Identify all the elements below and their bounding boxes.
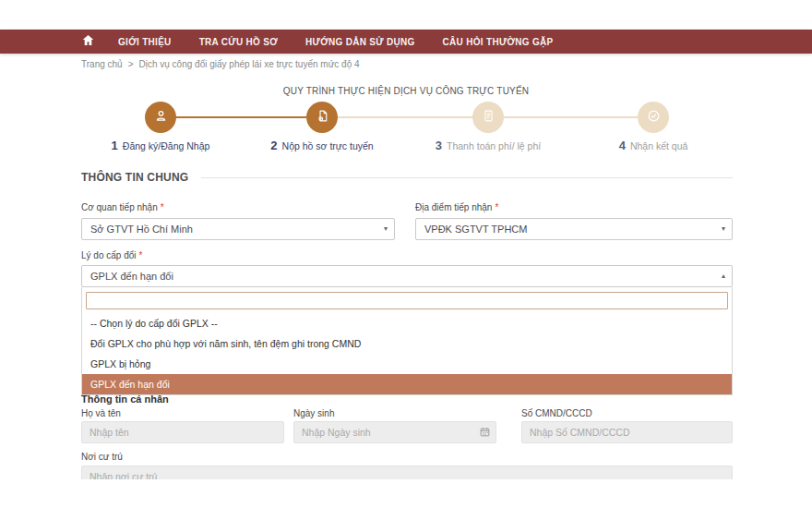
- dropdown-option[interactable]: Đổi GPLX cho phù hợp với năm sinh, tên đ…: [82, 333, 732, 354]
- step-4-circle: [638, 102, 669, 133]
- required-mark: *: [495, 202, 498, 212]
- chevron-up-icon: ▴: [722, 266, 725, 286]
- section-general-title: THÔNG TIN CHUNG: [81, 171, 188, 184]
- page: GIỚI THIỆU TRA CỨU HỒ SƠ HƯỚNG DẪN SỬ DỤ…: [0, 0, 812, 508]
- step-2-text: Nộp hồ sơ trực tuyến: [282, 140, 374, 151]
- step-connector-1-2: [176, 116, 306, 118]
- step-1-text: Đăng ký/Đăng Nhập: [123, 140, 210, 151]
- process-title: QUY TRÌNH THỰC HIỆN DỊCH VỤ CÔNG TRỰC TU…: [0, 86, 812, 96]
- ly-do-dropdown-panel: -- Chọn lý do cấp đổi GPLX -- Đổi GPLX c…: [81, 287, 733, 395]
- step-2-circle: [306, 102, 338, 133]
- co-quan-value: Sở GTVT Hồ Chí Minh: [90, 224, 193, 235]
- cmnd-input[interactable]: [521, 421, 733, 443]
- step-4-label: 4Nhận kết quả: [552, 137, 755, 153]
- ngay-sinh-label: Ngày sinh: [293, 408, 334, 418]
- chevron-down-icon: ▾: [722, 219, 725, 239]
- chevron-down-icon: ▾: [384, 219, 388, 239]
- dropdown-option-selected[interactable]: GPLX đến hạn đổi: [82, 374, 732, 394]
- noi-cu-tru-label: Nơi cư trú: [81, 452, 123, 462]
- dropdown-search-input[interactable]: [86, 292, 728, 309]
- document-add-icon: [315, 108, 330, 127]
- breadcrumb-home-link[interactable]: Trang chủ: [81, 59, 123, 69]
- ngay-sinh-input[interactable]: [293, 421, 496, 443]
- co-quan-label: Cơ quan tiếp nhận*: [81, 202, 164, 212]
- step-2-number: 2: [270, 139, 277, 152]
- ly-do-value: GPLX đến hạn đổi: [90, 271, 173, 282]
- step-3-number: 3: [436, 139, 442, 152]
- cmnd-label: Số CMND/CCCD: [521, 408, 592, 418]
- nav-item-huong-dan-su-dung[interactable]: HƯỚNG DẪN SỬ DỤNG: [305, 37, 415, 47]
- required-mark: *: [139, 250, 143, 260]
- ly-do-label: Lý do cấp đổi*: [81, 250, 142, 260]
- step-4-text: Nhận kết quả: [630, 140, 687, 151]
- breadcrumb-current: Dịch vụ công đổi giấy phép lái xe trực t…: [139, 59, 360, 69]
- co-quan-select[interactable]: Sở GTVT Hồ Chí Minh ▾: [81, 218, 395, 240]
- step-3-circle: [472, 102, 504, 133]
- breadcrumb: Trang chủ > Dịch vụ công đổi giấy phép l…: [81, 59, 360, 69]
- dia-diem-label: Địa điểm tiếp nhận*: [415, 202, 498, 212]
- section-general: THÔNG TIN CHUNG: [81, 171, 733, 184]
- check-circle-icon: [646, 108, 662, 127]
- step-3-text: Thanh toán phí/ lệ phí: [447, 140, 541, 151]
- step-4-number: 4: [619, 139, 626, 152]
- dia-diem-select[interactable]: VPĐK SGTVT TPHCM ▾: [415, 218, 733, 240]
- calendar-icon: [479, 426, 491, 438]
- section-divider: [201, 177, 733, 178]
- user-icon: [153, 108, 169, 127]
- ly-do-select[interactable]: GPLX đến hạn đổi ▴: [81, 265, 733, 287]
- top-navbar: GIỚI THIỆU TRA CỨU HỒ SƠ HƯỚNG DẪN SỬ DỤ…: [0, 30, 812, 54]
- viewport: GIỚI THIỆU TRA CỨU HỒ SƠ HƯỚNG DẪN SỬ DỤ…: [0, 0, 812, 479]
- home-button[interactable]: [81, 34, 96, 49]
- nav-item-cau-hoi-thuong-gap[interactable]: CÂU HỎI THƯỜNG GẶP: [443, 37, 554, 47]
- required-mark: *: [161, 202, 164, 212]
- ho-ten-input[interactable]: [81, 421, 284, 443]
- step-1-circle: [145, 102, 176, 133]
- ho-ten-label: Họ và tên: [81, 408, 121, 418]
- nav-item-tra-cuu-ho-so[interactable]: TRA CỨU HỒ SƠ: [199, 37, 278, 47]
- step-connector-3-4: [504, 116, 638, 118]
- breadcrumb-separator: >: [128, 59, 134, 69]
- noi-cu-tru-input[interactable]: [81, 466, 733, 479]
- step-connector-2-3: [338, 116, 472, 118]
- step-1-number: 1: [112, 139, 118, 152]
- dropdown-option[interactable]: -- Chọn lý do cấp đổi GPLX --: [82, 313, 732, 333]
- dia-diem-value: VPĐK SGTVT TPHCM: [424, 224, 527, 235]
- home-icon: [81, 33, 95, 51]
- receipt-icon: [481, 108, 496, 127]
- dropdown-option[interactable]: GPLX bị hỏng: [82, 354, 732, 374]
- nav-item-gioi-thieu[interactable]: GIỚI THIỆU: [118, 37, 172, 47]
